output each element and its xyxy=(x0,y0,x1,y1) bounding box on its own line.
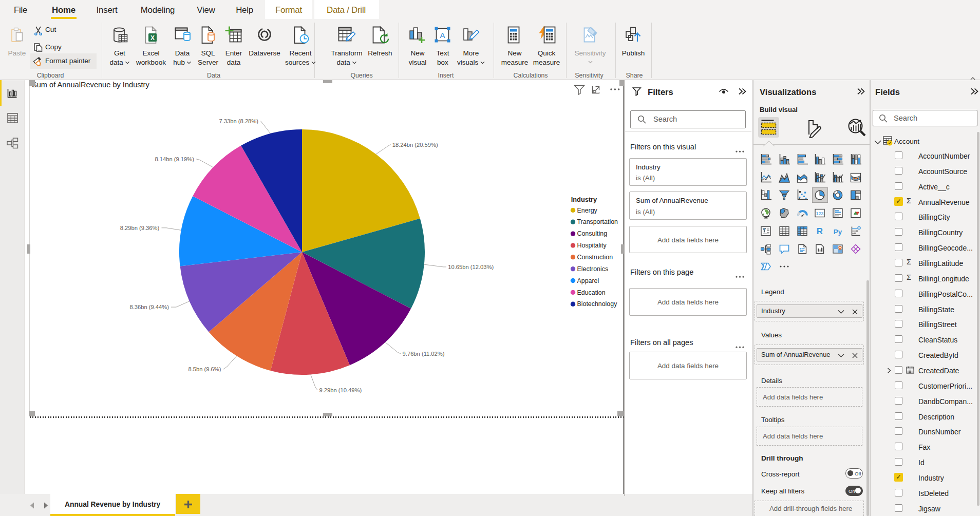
svg-text:A: A xyxy=(440,31,445,40)
svg-text:Biotechnology: Biotechnology xyxy=(577,300,618,308)
svg-text:Construction: Construction xyxy=(577,254,613,261)
svg-text:Consulting: Consulting xyxy=(577,230,608,237)
svg-text:R: R xyxy=(817,226,823,236)
svg-text:Education: Education xyxy=(577,289,606,296)
svg-text:Apparel: Apparel xyxy=(577,277,599,284)
svg-text:Py: Py xyxy=(834,227,842,235)
svg-text:10.65bn (12.03%): 10.65bn (12.03%) xyxy=(448,264,494,270)
svg-text:8.14bn (9.19%): 8.14bn (9.19%) xyxy=(155,156,194,162)
svg-text:18.24bn (20.59%): 18.24bn (20.59%) xyxy=(392,142,438,148)
svg-text:Industry: Industry xyxy=(571,196,597,203)
svg-text:123: 123 xyxy=(816,211,824,216)
svg-text:8.36bn (9.44%): 8.36bn (9.44%) xyxy=(129,304,169,310)
svg-text:9.29bn (10.49%): 9.29bn (10.49%) xyxy=(319,387,362,393)
svg-text:8.29bn (9.36%): 8.29bn (9.36%) xyxy=(120,225,160,231)
svg-text:9.76bn (11.02%): 9.76bn (11.02%) xyxy=(403,351,445,357)
svg-text:8.5bn (9.6%): 8.5bn (9.6%) xyxy=(188,366,221,372)
svg-text:7.33bn (8.28%): 7.33bn (8.28%) xyxy=(219,118,259,124)
svg-text:Electronics: Electronics xyxy=(577,265,609,273)
svg-text:Energy: Energy xyxy=(577,207,598,214)
svg-text:Hospitality: Hospitality xyxy=(577,242,607,249)
svg-text:Transportation: Transportation xyxy=(577,218,618,225)
svg-text:X: X xyxy=(150,34,155,42)
